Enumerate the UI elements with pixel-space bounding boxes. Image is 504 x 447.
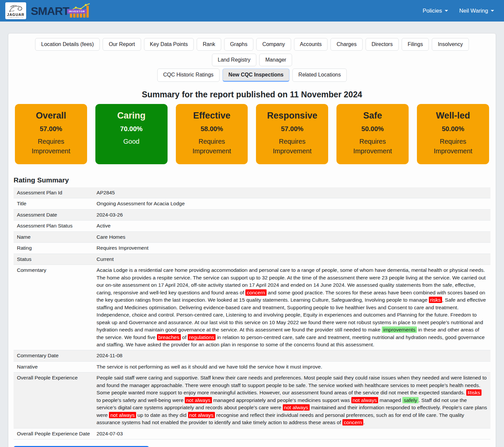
card-title: Effective xyxy=(193,111,230,121)
tab-cqc-historic-ratings[interactable]: CQC Historic Ratings xyxy=(157,69,220,82)
row-value: 2024-07-03 xyxy=(93,428,490,439)
highlight-red: not always xyxy=(188,412,215,418)
brand[interactable]: JAGUAR COMPUTERS LTD SMART xyxy=(5,2,94,19)
row-value: Requires Improvement xyxy=(93,243,490,254)
row-label: Commentary xyxy=(14,265,93,350)
rating-card-well-led: Well-led50.00%Requires Improvement xyxy=(417,104,489,164)
row-value: Ongoing Assessment for Acacia Lodge xyxy=(93,198,490,209)
card-rating: Requires Improvement xyxy=(26,137,76,156)
table-row-overall-people-experience: Overall People ExperiencePeople said sta… xyxy=(14,372,490,428)
highlight-red: risks xyxy=(429,297,442,303)
tabs-row-primary: Location Details (fees)Our ReportKey Dat… xyxy=(14,38,490,66)
highlight-red: regulations xyxy=(188,334,216,340)
row-label: Status xyxy=(14,254,93,265)
navbar-menus: PoliciesNeil Waring xyxy=(423,8,499,14)
row-value: Current xyxy=(93,254,490,265)
tab-land-registry[interactable]: Land Registry xyxy=(212,54,257,66)
rating-card-effective: Effective58.00%Requires Improvement xyxy=(176,104,248,164)
table-row-name: NameCare Homes xyxy=(14,231,490,242)
investor-badge: INVESTOR xyxy=(67,9,87,14)
tab-new-cqc-inspections[interactable]: New CQC Inspections xyxy=(223,69,289,82)
table-row-rating: RatingRequires Improvement xyxy=(14,243,490,254)
rating-summary-table: Assessment Plan IdAP2845TitleOngoing Ass… xyxy=(14,187,490,439)
tab-key-data-points[interactable]: Key Data Points xyxy=(144,38,194,51)
nav-menu-neil-waring[interactable]: Neil Waring xyxy=(459,8,494,14)
table-row-title: TitleOngoing Assessment for Acacia Lodge xyxy=(14,198,490,209)
tab-charges[interactable]: Charges xyxy=(330,38,362,51)
table-row-assessment-date: Assessment Date2024-03-26 xyxy=(14,209,490,220)
rating-summary-heading: Rating Summary xyxy=(14,176,490,184)
card-title: Caring xyxy=(117,111,146,121)
smart-logo-word: SMART xyxy=(31,3,69,19)
table-row-commentary-date: Commentary Date2024-11-08 xyxy=(14,350,490,361)
bar-chart-icon: INVESTOR xyxy=(70,3,94,19)
jaguar-logo: JAGUAR COMPUTERS LTD xyxy=(5,2,26,19)
card-rating: Requires Improvement xyxy=(267,137,317,156)
card-percent: 58.00% xyxy=(201,125,223,133)
card-percent: 57.00% xyxy=(281,125,303,133)
row-value: The service is not performing as well as… xyxy=(93,361,490,372)
highlight-red: concern xyxy=(342,419,363,425)
row-label: Commentary Date xyxy=(14,350,93,361)
tab-company[interactable]: Company xyxy=(256,38,291,51)
top-navbar: JAGUAR COMPUTERS LTD SMART xyxy=(0,0,504,22)
row-label: Rating xyxy=(14,243,93,254)
highlight-red: not always xyxy=(109,412,136,418)
nav-menu-label: Policies xyxy=(423,8,442,14)
rating-card-overall: Overall57.00%Requires Improvement xyxy=(15,104,87,164)
tab-filings[interactable]: Filings xyxy=(402,38,429,51)
card-title: Overall xyxy=(36,111,66,121)
row-value: Care Homes xyxy=(93,231,490,242)
tab-our-report[interactable]: Our Report xyxy=(103,38,141,51)
card-rating: Requires Improvement xyxy=(348,137,397,156)
tab-insolvency[interactable]: Insolvency xyxy=(432,38,469,51)
jaguar-logo-text: JAGUAR xyxy=(7,13,24,17)
tab-accounts[interactable]: Accounts xyxy=(294,38,328,51)
summary-heading: Summary for the report published on 11 N… xyxy=(14,90,490,99)
row-value: People said staff were caring and suppor… xyxy=(93,372,490,428)
highlight-red: not always xyxy=(185,397,212,403)
row-value: Active xyxy=(93,221,490,231)
row-label: Name xyxy=(14,231,93,242)
row-label: Overall People Experience Date xyxy=(14,428,93,439)
row-label: Overall People Experience xyxy=(14,372,93,428)
tab-directors[interactable]: Directors xyxy=(366,38,399,51)
rating-card-safe: Safe50.00%Requires Improvement xyxy=(336,104,409,164)
smart-investor-logo: SMART INVESTOR xyxy=(31,3,94,19)
card-rating: Good xyxy=(123,137,139,146)
tab-rank[interactable]: Rank xyxy=(197,38,221,51)
table-row-overall-people-experience-date: Overall People Experience Date2024-07-03 xyxy=(14,428,490,439)
card-title: Well-led xyxy=(436,111,470,121)
highlight-red: not always xyxy=(283,404,310,411)
report-panel: Location Details (fees)Our ReportKey Dat… xyxy=(8,33,496,447)
nav-menu-policies[interactable]: Policies xyxy=(423,8,448,14)
card-rating: Requires Improvement xyxy=(187,137,237,156)
jaguar-cat-icon xyxy=(8,4,24,13)
highlight-red: concern xyxy=(245,289,266,296)
caret-down-icon xyxy=(445,10,448,12)
highlight-green: safely xyxy=(402,397,419,403)
content-area: Location Details (fees)Our ReportKey Dat… xyxy=(0,22,504,447)
row-label: Assessment Plan Status xyxy=(14,221,93,231)
row-label: Assessment Plan Id xyxy=(14,187,93,198)
row-value: 2024-11-08 xyxy=(93,350,490,361)
card-rating: Requires Improvement xyxy=(428,137,478,156)
caret-down-icon xyxy=(491,10,494,12)
card-percent: 57.00% xyxy=(40,125,62,133)
tab-location-details-fees[interactable]: Location Details (fees) xyxy=(35,38,100,51)
row-label: Narrative xyxy=(14,361,93,372)
tab-related-locations[interactable]: Related Locations xyxy=(292,69,347,82)
card-percent: 50.00% xyxy=(361,125,384,133)
tab-graphs[interactable]: Graphs xyxy=(224,38,253,51)
card-title: Responsive xyxy=(267,111,318,121)
table-row-status: StatusCurrent xyxy=(14,254,490,265)
tab-manager[interactable]: Manager xyxy=(259,54,292,66)
row-label: Assessment Date xyxy=(14,209,93,220)
rating-card-caring: Caring70.00%Good xyxy=(95,104,168,164)
row-value: 2024-03-26 xyxy=(93,209,490,220)
row-value: Acacia Lodge is a residential care home … xyxy=(93,265,490,350)
table-row-assessment-plan-id: Assessment Plan IdAP2845 xyxy=(14,187,490,198)
tabs-row-secondary: CQC Historic RatingsNew CQC InspectionsR… xyxy=(14,69,490,82)
page: JAGUAR COMPUTERS LTD SMART xyxy=(0,0,504,447)
rating-cards: Overall57.00%Requires ImprovementCaring7… xyxy=(14,104,490,164)
